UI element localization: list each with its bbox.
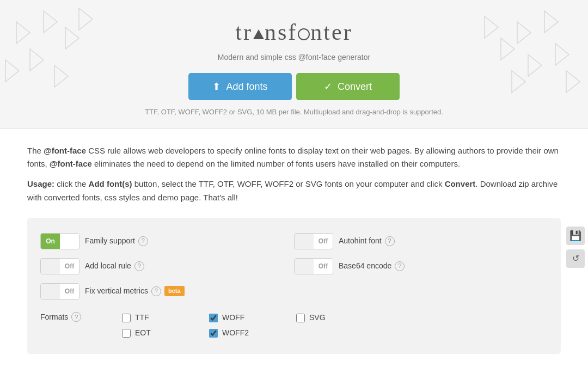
toggle-off-label: Off (60, 259, 79, 274)
formats-label: Formats ? (40, 310, 122, 323)
file-info: TTF, OTF, WOFF, WOFF2 or SVG, 10 MB per … (11, 107, 577, 118)
left-options: On Family support ? Off Add local (40, 229, 294, 304)
base64-encode-label: Base64 encode ? (339, 260, 405, 272)
header: trnsfnter Modern and simple css @font-fa… (0, 0, 588, 129)
base64-encode-row: Off Base64 encode ? (294, 254, 548, 279)
description: The @font-face CSS rule allows web devel… (27, 144, 561, 205)
convert-label: Convert (338, 81, 372, 93)
reset-icon-button[interactable]: ↺ (566, 249, 585, 268)
usage-bold: Usage: (27, 179, 54, 188)
fix-vertical-metrics-toggle[interactable]: Off (40, 283, 79, 299)
format-woff[interactable]: WOFF (209, 310, 296, 326)
save-icon-button[interactable]: 💾 (566, 227, 585, 245)
add-local-rule-row: Off Add local rule ? (40, 254, 294, 279)
convert-button[interactable]: ✓ Convert (296, 73, 400, 100)
logo-triangle (253, 29, 264, 39)
format-woff-checkbox[interactable] (209, 314, 218, 322)
fix-vertical-metrics-row: Off Fix vertical metrics ? beta (40, 279, 294, 304)
format-svg-checkbox[interactable] (296, 314, 305, 322)
add-local-rule-label: Add local rule ? (85, 260, 144, 272)
autohint-font-label: Autohint font ? (339, 235, 395, 247)
logo: trnsfnter (11, 15, 577, 50)
autohint-font-row: Off Autohint font ? (294, 229, 548, 254)
format-ttf[interactable]: TTF (122, 310, 209, 326)
format-eot[interactable]: EOT (122, 326, 209, 341)
description-para1: The @font-face CSS rule allows web devel… (27, 144, 561, 172)
main-content: The @font-face CSS rule allows web devel… (0, 129, 588, 365)
upload-icon: ⬆ (212, 81, 220, 93)
description-para2: Usage: click the Add font(s) button, sel… (27, 178, 561, 205)
convert-bold: Convert (445, 179, 476, 188)
family-support-label: Family support ? (85, 235, 148, 247)
toggle-on-side-4 (295, 259, 314, 274)
font-face-bold-2: @font-face (50, 159, 92, 168)
format-ttf-label: TTF (135, 312, 149, 323)
fix-vertical-metrics-label: Fix vertical metrics ? beta (85, 285, 185, 297)
format-ttf-checkbox[interactable] (122, 314, 131, 322)
fix-vertical-metrics-help-icon[interactable]: ? (151, 286, 161, 296)
autohint-font-toggle[interactable]: Off (294, 233, 333, 249)
add-fonts-bold: Add font(s) (89, 179, 132, 188)
save-icon: 💾 (569, 230, 581, 242)
add-local-rule-help-icon[interactable]: ? (134, 261, 144, 271)
format-eot-checkbox[interactable] (122, 329, 131, 338)
add-fonts-label: Add fonts (226, 81, 267, 93)
family-support-row: On Family support ? (40, 229, 294, 254)
toggle-off-side (60, 234, 79, 249)
font-face-bold-1: @font-face (44, 146, 86, 155)
toggle-off-label-2: Off (60, 284, 79, 299)
toggle-on-side-2 (41, 284, 60, 299)
beta-badge: beta (164, 286, 185, 296)
format-svg[interactable]: SVG (296, 310, 383, 326)
format-eot-label: EOT (135, 327, 151, 339)
formats-row: Formats ? TTF WOFF SVG (40, 304, 548, 343)
action-buttons: ⬆ Add fonts ✓ Convert (11, 73, 577, 100)
autohint-font-help-icon[interactable]: ? (385, 236, 395, 246)
add-fonts-button[interactable]: ⬆ Add fonts (188, 73, 292, 100)
formats-checkboxes: TTF WOFF SVG EOT (122, 310, 383, 341)
toggle-on-side-3 (295, 234, 314, 249)
add-local-rule-toggle[interactable]: Off (40, 258, 79, 274)
options-grid: On Family support ? Off Add local (40, 229, 548, 304)
side-icons: 💾 ↺ (566, 227, 585, 268)
format-woff2[interactable]: WOFF2 (209, 326, 296, 341)
options-panel: 💾 ↺ On Family support ? (27, 218, 561, 354)
formats-help-icon[interactable]: ? (71, 312, 81, 322)
family-support-help-icon[interactable]: ? (138, 236, 148, 246)
family-support-toggle[interactable]: On (40, 233, 79, 249)
base64-off-label: Off (314, 259, 333, 274)
base64-encode-toggle[interactable]: Off (294, 258, 333, 274)
toggle-on-label: On (41, 234, 60, 249)
right-options: Off Autohint font ? Off Base64 encode (294, 229, 548, 304)
toggle-on-side (41, 259, 60, 274)
format-woff-label: WOFF (222, 312, 244, 323)
tagline: Modern and simple css @font-face generat… (11, 52, 577, 63)
base64-encode-help-icon[interactable]: ? (395, 261, 405, 271)
check-icon: ✓ (324, 81, 332, 93)
format-svg-label: SVG (309, 312, 326, 323)
format-woff2-checkbox[interactable] (209, 329, 218, 338)
reset-icon: ↺ (572, 253, 579, 264)
autohint-off-label: Off (314, 234, 333, 249)
format-woff2-label: WOFF2 (222, 327, 249, 339)
